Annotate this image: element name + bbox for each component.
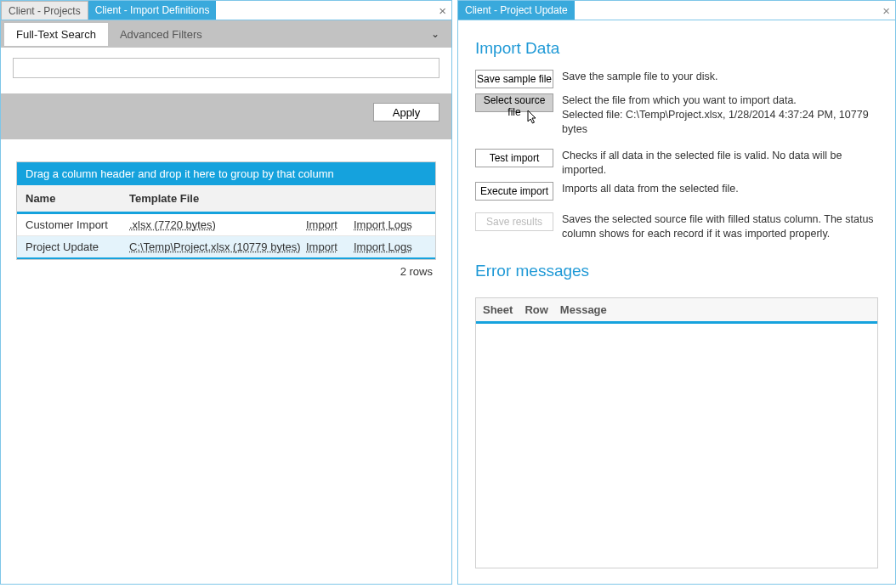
grid-row-count: 2 rows — [16, 260, 436, 278]
col-header-sheet[interactable]: Sheet — [483, 303, 513, 316]
pane-project-update: Client - Project Update × Import Data Sa… — [457, 0, 896, 585]
select-source-file-button[interactable]: Select source file — [475, 93, 553, 112]
tab-import-definitions[interactable]: Client - Import Definitions — [88, 1, 217, 20]
tab-projects[interactable]: Client - Projects — [1, 1, 88, 20]
filter-tab-fulltext[interactable]: Full-Text Search — [4, 23, 108, 46]
execute-import-button[interactable]: Execute import — [475, 182, 553, 201]
chevron-down-icon[interactable]: ⌄ — [422, 28, 448, 40]
col-header-row[interactable]: Row — [525, 303, 547, 316]
cursor-icon — [525, 110, 539, 130]
filter-area: Full-Text Search Advanced Filters ⌄ Appl… — [1, 20, 451, 139]
link-import-logs[interactable]: Import Logs — [354, 218, 427, 231]
cell-name: Customer Import — [26, 218, 129, 231]
link-import-logs[interactable]: Import Logs — [354, 240, 427, 253]
cell-template[interactable]: C:\Temp\Project.xlsx (10779 bytes) — [129, 240, 306, 253]
save-sample-file-desc: Save the sample file to your disk. — [562, 70, 717, 84]
save-results-button: Save results — [475, 212, 553, 231]
close-icon[interactable]: × — [434, 1, 451, 20]
error-grid-header: Sheet Row Message — [476, 298, 877, 324]
pane-import-definitions: Client - Projects Client - Import Defini… — [0, 0, 452, 585]
test-import-desc: Checks if all data in the selected file … — [562, 149, 878, 178]
definitions-grid: Drag a column header and drop it here to… — [16, 161, 436, 260]
heading-error-messages: Error messages — [475, 262, 878, 280]
save-results-desc: Saves the selected source file with fill… — [562, 212, 878, 241]
error-grid-body — [476, 324, 877, 566]
col-header-message[interactable]: Message — [560, 303, 607, 316]
cell-name: Project Update — [26, 240, 129, 253]
execute-import-desc: Imports all data from the selected file. — [562, 182, 739, 196]
table-row[interactable]: Project Update C:\Temp\Project.xlsx (107… — [17, 236, 435, 259]
close-icon[interactable]: × — [877, 1, 895, 20]
search-input[interactable] — [13, 58, 439, 78]
apply-button[interactable]: Apply — [373, 103, 439, 122]
heading-import-data: Import Data — [475, 39, 878, 58]
tab-project-update[interactable]: Client - Project Update — [458, 1, 575, 20]
link-import[interactable]: Import — [306, 240, 354, 253]
tab-bar-left: Client - Projects Client - Import Defini… — [1, 1, 451, 20]
cell-template[interactable]: .xlsx (7720 bytes) — [129, 218, 306, 231]
col-header-name[interactable]: Name — [17, 185, 121, 212]
grid-header: Name Template File — [17, 185, 435, 214]
grid-group-bar[interactable]: Drag a column header and drop it here to… — [17, 162, 435, 185]
tab-bar-right: Client - Project Update × — [458, 1, 895, 20]
select-source-file-desc: Select the file from which you want to i… — [562, 93, 878, 137]
link-import[interactable]: Import — [306, 218, 354, 231]
table-row[interactable]: Customer Import .xlsx (7720 bytes) Impor… — [17, 214, 435, 236]
save-sample-file-button[interactable]: Save sample file — [475, 70, 553, 88]
col-header-template[interactable]: Template File — [121, 185, 435, 212]
test-import-button[interactable]: Test import — [475, 149, 553, 167]
error-grid: Sheet Row Message — [475, 297, 878, 568]
filter-tab-advanced[interactable]: Advanced Filters — [108, 23, 214, 46]
